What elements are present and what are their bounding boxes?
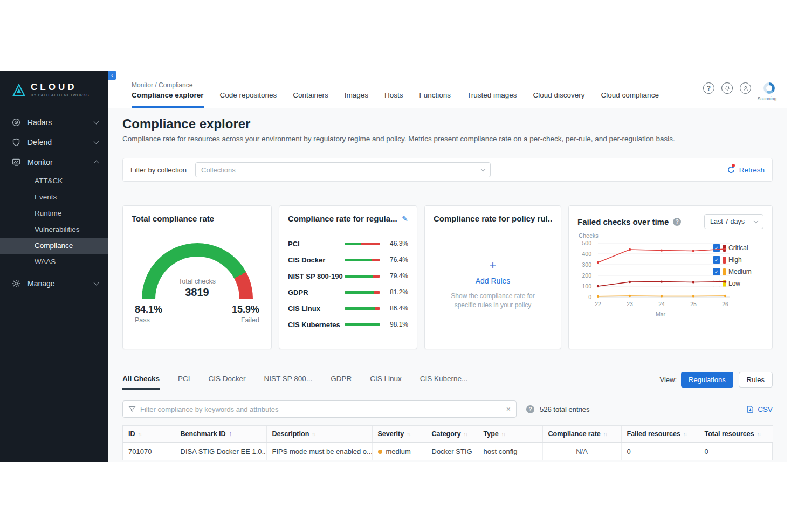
chevron-down-icon xyxy=(481,167,485,171)
sort-asc-icon: ↑ xyxy=(229,430,232,438)
tab-compliance-explorer[interactable]: Compliance explorer xyxy=(132,91,204,108)
add-rules-link[interactable]: Add Rules xyxy=(476,277,511,285)
sidebar-item-runtime[interactable]: Runtime xyxy=(0,205,108,222)
page-content: Compliance explorer Compliance rate for … xyxy=(108,108,787,462)
card-title: Total compliance rate xyxy=(132,214,214,223)
column-header-total-resources[interactable]: Total resources↑↓ xyxy=(699,426,773,443)
sidebar-item-vulnerabilities[interactable]: Vulnerabilities xyxy=(0,222,108,238)
bell-icon[interactable] xyxy=(721,82,733,94)
tab-cloud-discovery[interactable]: Cloud discovery xyxy=(533,91,585,108)
view-regulations-button[interactable]: Regulations xyxy=(681,372,733,388)
checks-tab-all[interactable]: All Checks xyxy=(122,375,160,390)
failed-checks-chart xyxy=(595,241,735,305)
collections-placeholder: Collections xyxy=(201,166,236,174)
sidebar-item-events[interactable]: Events xyxy=(0,189,108,205)
column-header-id[interactable]: ID↑↓ xyxy=(123,426,175,443)
column-header-compliance-rate[interactable]: Compliance rate↑↓ xyxy=(542,426,621,443)
csv-download-icon xyxy=(746,405,754,413)
plus-icon[interactable]: + xyxy=(490,258,497,272)
total-entries-label: 526 total entries xyxy=(540,405,590,413)
policy-rules-card: Compliance rate for policy rul... + Add … xyxy=(424,205,561,349)
column-header-severity[interactable]: Severity↑↓ xyxy=(372,426,426,443)
page-title: Compliance explorer xyxy=(122,116,773,132)
sidebar-item-manage[interactable]: Manage xyxy=(0,273,108,293)
user-icon[interactable] xyxy=(740,82,751,94)
pass-stat: 84.1% Pass xyxy=(135,304,162,324)
sidebar-item-attck[interactable]: ATT&CK xyxy=(0,173,108,189)
prisma-triangle-icon xyxy=(12,84,26,96)
column-header-type[interactable]: Type↑↓ xyxy=(478,426,542,443)
regulation-row[interactable]: PCI 46.3% xyxy=(288,236,408,252)
chevron-up-icon xyxy=(94,161,99,166)
column-header-category[interactable]: Category↑↓ xyxy=(426,426,478,443)
view-rules-button[interactable]: Rules xyxy=(739,372,773,388)
time-range-select[interactable]: Last 7 days xyxy=(704,214,763,229)
topbar-icons: ? Scanning... xyxy=(703,82,780,101)
column-header-failed-resources[interactable]: Failed resources↑↓ xyxy=(621,426,699,443)
regulation-row[interactable]: NIST SP 800-190 79.4% xyxy=(288,268,408,284)
top-tabs: Compliance explorer Code repositories Co… xyxy=(132,91,659,108)
sidebar-item-monitor[interactable]: Monitor xyxy=(0,152,108,172)
checks-tab-cis-linux[interactable]: CIS Linux xyxy=(370,375,402,390)
checks-tab-pci[interactable]: PCI xyxy=(178,375,190,390)
checks-tab-gdpr[interactable]: GDPR xyxy=(331,375,352,390)
screenshot-canvas: CLOUD BY PALO ALTO NETWORKS Radars Defe xyxy=(0,0,798,532)
help-icon[interactable]: ? xyxy=(703,82,714,94)
cell-description: FIPS mode must be enabled o... xyxy=(266,443,372,461)
sidebar-collapse-button[interactable]: ‹ xyxy=(108,71,116,80)
regulation-row[interactable]: CIS Docker 76.4% xyxy=(288,252,408,268)
refresh-button[interactable]: Refresh xyxy=(727,165,765,174)
regulation-row[interactable]: CIS Linux 86.4% xyxy=(288,300,408,316)
column-header-description[interactable]: Description↑↓ xyxy=(266,426,372,443)
checks-tab-cis-kubernetes[interactable]: CIS Kuberne... xyxy=(420,375,468,390)
help-icon[interactable]: ? xyxy=(526,405,534,413)
sidebar-nav: Radars Defend Monitor xyxy=(0,112,108,293)
compliance-filter-input[interactable] xyxy=(140,405,502,413)
tab-containers[interactable]: Containers xyxy=(293,91,328,108)
app-window: CLOUD BY PALO ALTO NETWORKS Radars Defe xyxy=(0,71,787,462)
sidebar-item-radars[interactable]: Radars xyxy=(0,112,108,132)
compliance-bar xyxy=(345,243,380,245)
tab-cloud-compliance[interactable]: Cloud compliance xyxy=(601,91,659,108)
gear-icon xyxy=(12,279,20,288)
regulation-row[interactable]: GDPR 81.2% xyxy=(288,284,408,300)
notification-dot xyxy=(732,164,735,167)
cell-severity: medium xyxy=(372,443,426,461)
tab-functions[interactable]: Functions xyxy=(419,91,451,108)
tab-hosts[interactable]: Hosts xyxy=(384,91,403,108)
compliance-bar xyxy=(345,323,380,326)
checks-tabs-row: All Checks PCI CIS Docker NIST SP 800...… xyxy=(122,372,773,390)
card-title: Failed checks over time xyxy=(577,217,669,226)
breadcrumb[interactable]: Monitor / Compliance xyxy=(132,81,192,89)
regulation-row[interactable]: CIS Kubernetes 98.1% xyxy=(288,316,408,333)
total-checks-label: Total checks xyxy=(142,278,253,285)
clear-filter-icon[interactable]: × xyxy=(506,405,511,413)
total-checks-value: 3819 xyxy=(142,286,253,299)
sidebar-item-waas[interactable]: WAAS xyxy=(0,254,108,270)
tab-code-repositories[interactable]: Code repositories xyxy=(220,91,277,108)
sidebar-item-compliance[interactable]: Compliance xyxy=(0,238,108,254)
checks-tab-cis-docker[interactable]: CIS Docker xyxy=(209,375,246,390)
collections-select[interactable]: Collections xyxy=(195,162,491,177)
view-toggle: View: Regulations Rules xyxy=(660,372,773,390)
edit-icon[interactable]: ✎ xyxy=(402,215,408,223)
page-description: Compliance rate for resources across you… xyxy=(122,135,773,143)
sidebar-item-label: Defend xyxy=(27,138,94,147)
help-icon[interactable]: ? xyxy=(673,218,681,226)
cell-total: 0 xyxy=(699,443,773,461)
sidebar-item-defend[interactable]: Defend xyxy=(0,132,108,152)
cell-failed: 0 xyxy=(621,443,699,461)
logo-title: CLOUD xyxy=(31,82,90,92)
scanning-icon[interactable] xyxy=(763,82,775,94)
sidebar-item-label: Manage xyxy=(27,279,94,288)
cell-category: Docker STIG xyxy=(426,443,478,461)
tab-trusted-images[interactable]: Trusted images xyxy=(467,91,517,108)
empty-state-text: Show the compliance rate for specific ru… xyxy=(442,292,544,310)
table-row[interactable]: 701070 DISA STIG Docker EE 1.0... FIPS m… xyxy=(123,443,773,461)
csv-export-button[interactable]: CSV xyxy=(746,405,773,413)
column-header-benchmark-id[interactable]: Benchmark ID↑ xyxy=(175,426,266,443)
checks-tab-nist[interactable]: NIST SP 800... xyxy=(264,375,313,390)
fc-plot: Checks 01002003004005002223242526Mar xyxy=(577,232,713,329)
card-title: Compliance rate for regula... xyxy=(288,214,397,223)
tab-images[interactable]: Images xyxy=(345,91,368,108)
